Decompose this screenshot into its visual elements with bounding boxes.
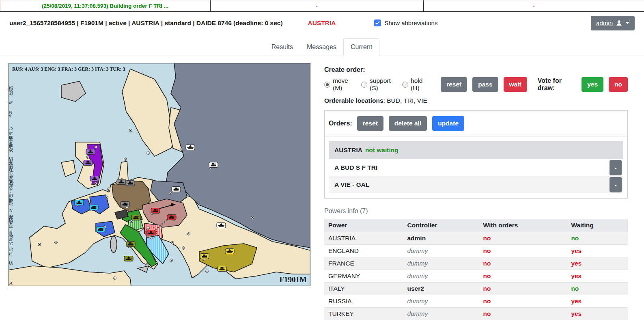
controller-cell: dummy [403, 245, 479, 257]
map-unit-france-army[interactable] [96, 227, 105, 232]
map-region-label: EAS [9, 251, 13, 256]
powers-info-heading: Powers info (7) [324, 207, 628, 215]
power-cell: ITALY [324, 283, 403, 295]
vote-draw-label: Vote for draw: [538, 77, 577, 92]
map-region-label: SPA [9, 110, 12, 115]
map-unit-austria-army[interactable] [151, 208, 160, 214]
power-cell: AUSTRIA [324, 232, 403, 245]
map-unit-italy-army[interactable] [126, 242, 135, 247]
orders-power-status: AUSTRIA not waiting [329, 141, 623, 159]
map-unit-germany-army[interactable] [121, 202, 129, 207]
waiting-cell: yes [567, 308, 628, 320]
powers-col-waiting: Waiting [567, 219, 628, 232]
map-region-label: MAR [9, 155, 13, 160]
game-info: user2_1565728584955 | F1901M | active | … [9, 19, 283, 27]
map-unit-france-army[interactable] [89, 205, 98, 210]
controller-cell: admin [403, 232, 479, 245]
current-power-label: AUSTRIA [308, 19, 336, 27]
orders-delete-all-button[interactable]: delete all [389, 116, 427, 131]
admin-menu-button[interactable]: admin [591, 16, 635, 30]
map-unit-germany-fleet[interactable] [117, 179, 126, 185]
map-unit-turkey-fleet[interactable] [225, 249, 234, 254]
order-type-radio-support[interactable]: support (S) [361, 77, 396, 92]
with-orders-cell: no [479, 283, 567, 295]
map-unit-turkey-army[interactable] [218, 266, 226, 272]
map-unit-england-fleet[interactable] [90, 176, 99, 181]
orderable-locations-label: Orderable locations [324, 97, 383, 104]
controller-cell: dummy [403, 257, 479, 270]
game-map[interactable]: BARNWGNAOSTPFINNWYSWENTHBOTMOSLVNDENHELB… [9, 63, 310, 286]
vote-yes-button[interactable]: yes [582, 77, 603, 92]
with-orders-cell: no [479, 245, 567, 257]
map-region-label: TUN [9, 162, 13, 167]
orders-title: Orders: [329, 120, 352, 127]
tab-messages[interactable]: Messages [300, 39, 343, 56]
order-item: A VIE - GAL- [329, 176, 623, 193]
tab-current[interactable]: Current [343, 38, 379, 56]
map-unit-austria-army[interactable] [167, 215, 176, 220]
with-orders-cell: no [479, 295, 567, 308]
with-orders-cell: no [479, 232, 567, 245]
vote-no-button[interactable]: no [609, 77, 628, 92]
radio-label: move (M) [333, 77, 355, 92]
map-unit-turkey-army[interactable] [200, 254, 209, 259]
powers-col-with-orders: With orders [479, 219, 567, 232]
map-unit-germany-army[interactable] [126, 181, 135, 186]
status-bar: (25/08/2019, 11:37:08.593) Building orde… [0, 0, 644, 12]
status-cell-tertiary: - [424, 0, 644, 11]
create-order-title: Create order: [324, 66, 628, 73]
with-orders-cell: no [479, 308, 567, 320]
map-region-label: WES [9, 125, 13, 130]
map-unit-italy-fleet[interactable] [124, 256, 133, 261]
radio-circle-icon [324, 82, 330, 88]
map-region-label: ALB [9, 215, 13, 220]
map-unit-france-fleet[interactable] [75, 200, 84, 205]
pass-button[interactable]: pass [472, 77, 498, 92]
map-region-label: NAF [9, 100, 13, 105]
powers-col-controller: Controller [403, 219, 479, 232]
show-abbreviations-label: Show abbreviations [384, 19, 437, 26]
order-type-radio-move[interactable]: move (M) [324, 77, 355, 92]
game-header: user2_1565728584955 | F1901M | active | … [0, 12, 644, 34]
wait-button[interactable]: wait [504, 77, 527, 92]
orders-reset-button[interactable]: reset [357, 116, 383, 131]
order-type-radio-hold[interactable]: hold (H) [402, 77, 429, 92]
map-region-label: ROM [9, 181, 14, 186]
waiting-cell: yes [567, 295, 628, 308]
map-unit-russia-fleet[interactable] [186, 145, 195, 150]
map-region-label: GAS [9, 135, 13, 140]
map-region-label: GRE [9, 224, 13, 229]
order-text: A VIE - GAL [334, 181, 369, 188]
map-unit-england-army[interactable] [84, 160, 93, 166]
orders-update-button[interactable]: update [432, 116, 464, 131]
waiting-cell: yes [567, 270, 628, 283]
remove-order-button[interactable]: - [610, 177, 622, 192]
waiting-cell: yes [567, 245, 628, 257]
remove-order-button[interactable]: - [610, 160, 622, 175]
waiting-cell: no [567, 232, 628, 245]
map-unit-russia-fleet[interactable] [217, 223, 226, 228]
powers-row-germany: GERMANYdummynoyes [324, 270, 628, 283]
map-centers-legend: RUS: 4 AUS: 3 ENG: 3 FRA: 3 GER: 3 ITA: … [12, 66, 125, 72]
tab-results[interactable]: Results [265, 39, 300, 56]
show-abbreviations-checkbox[interactable] [374, 19, 381, 26]
map-region-label: POR [9, 88, 13, 93]
reset-order-button[interactable]: reset [441, 77, 467, 92]
radio-label: support (S) [370, 77, 396, 92]
map-unit-england-fleet[interactable] [86, 149, 95, 155]
order-item: A BUD S F TRI- [329, 159, 623, 176]
map-region-label: NAP [9, 199, 13, 203]
orders-panel: Orders: reset delete all update AUSTRIA … [324, 110, 628, 199]
power-cell: TURKEY [324, 308, 403, 320]
map-unit-italy-army[interactable] [131, 215, 140, 220]
map-unit-russia-army[interactable] [209, 162, 218, 168]
map-region-label: BLA [9, 281, 13, 285]
admin-label: admin [596, 19, 613, 26]
user-icon [616, 20, 622, 26]
map-phase-label: F1901M [279, 275, 307, 284]
powers-row-russia: RUSSIAdummynoyes [324, 295, 628, 308]
map-unit-russia-army[interactable] [172, 187, 181, 192]
radio-circle-icon [361, 82, 367, 88]
map-region-label: AEG [9, 241, 13, 246]
map-region-label: UKR [9, 246, 13, 251]
